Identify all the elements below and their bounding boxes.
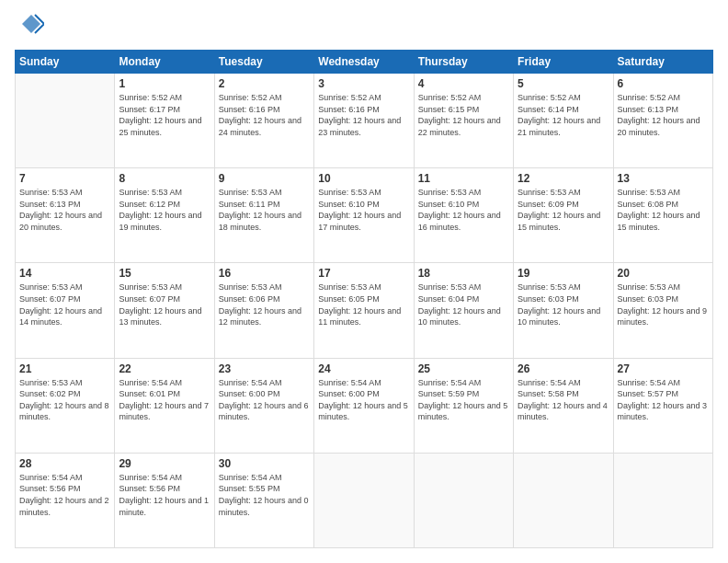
day-number: 2 [219,77,310,90]
weekday-header-sunday: Sunday [16,51,115,74]
day-number: 7 [19,172,110,185]
day-number: 9 [219,172,310,185]
day-info: Sunrise: 5:54 AMSunset: 6:00 PMDaylight:… [318,377,409,423]
day-number: 22 [119,362,210,375]
day-number: 28 [19,457,110,470]
calendar-cell: 16Sunrise: 5:53 AMSunset: 6:06 PMDayligh… [214,263,313,358]
day-info: Sunrise: 5:53 AMSunset: 6:10 PMDaylight:… [318,187,409,233]
day-info: Sunrise: 5:53 AMSunset: 6:03 PMDaylight:… [518,282,609,327]
day-number: 15 [119,267,210,280]
calendar-cell [613,453,712,547]
day-number: 20 [618,267,709,280]
day-info: Sunrise: 5:53 AMSunset: 6:10 PMDaylight:… [418,187,509,233]
day-info: Sunrise: 5:52 AMSunset: 6:16 PMDaylight:… [219,92,310,138]
day-info: Sunrise: 5:53 AMSunset: 6:04 PMDaylight:… [418,282,509,327]
day-number: 10 [318,172,409,185]
day-info: Sunrise: 5:52 AMSunset: 6:16 PMDaylight:… [318,92,409,138]
day-info: Sunrise: 5:54 AMSunset: 5:57 PMDaylight:… [618,377,709,423]
calendar-cell: 7Sunrise: 5:53 AMSunset: 6:13 PMDaylight… [16,168,115,263]
page: SundayMondayTuesdayWednesdayThursdayFrid… [0,0,728,563]
calendar-cell: 15Sunrise: 5:53 AMSunset: 6:07 PMDayligh… [115,263,214,358]
calendar-cell: 14Sunrise: 5:53 AMSunset: 6:07 PMDayligh… [16,263,115,358]
weekday-header-thursday: Thursday [414,51,513,74]
calendar-cell: 26Sunrise: 5:54 AMSunset: 5:58 PMDayligh… [514,358,613,453]
calendar-cell: 10Sunrise: 5:53 AMSunset: 6:10 PMDayligh… [314,168,414,263]
day-number: 18 [418,267,509,280]
calendar-cell: 6Sunrise: 5:52 AMSunset: 6:13 PMDaylight… [613,74,712,168]
day-info: Sunrise: 5:52 AMSunset: 6:14 PMDaylight:… [518,92,609,138]
calendar-cell: 13Sunrise: 5:53 AMSunset: 6:08 PMDayligh… [613,168,712,263]
day-number: 14 [19,267,110,280]
day-number: 6 [618,77,709,90]
day-info: Sunrise: 5:53 AMSunset: 6:06 PMDaylight:… [219,282,310,327]
weekday-header-saturday: Saturday [613,51,712,74]
calendar-cell: 29Sunrise: 5:54 AMSunset: 5:56 PMDayligh… [115,453,214,547]
header [15,15,713,40]
day-info: Sunrise: 5:53 AMSunset: 6:07 PMDaylight:… [19,282,110,327]
day-info: Sunrise: 5:53 AMSunset: 6:03 PMDaylight:… [618,282,709,327]
calendar-cell: 24Sunrise: 5:54 AMSunset: 6:00 PMDayligh… [314,358,414,453]
calendar-cell [314,453,414,547]
day-number: 3 [318,77,409,90]
day-number: 25 [418,362,509,375]
day-number: 1 [119,77,210,90]
calendar-table: SundayMondayTuesdayWednesdayThursdayFrid… [15,50,713,548]
calendar-cell: 12Sunrise: 5:53 AMSunset: 6:09 PMDayligh… [514,168,613,263]
day-info: Sunrise: 5:54 AMSunset: 6:00 PMDaylight:… [219,377,310,423]
calendar-cell: 17Sunrise: 5:53 AMSunset: 6:05 PMDayligh… [314,263,414,358]
week-row-1: 1Sunrise: 5:52 AMSunset: 6:17 PMDaylight… [16,74,713,168]
calendar-cell: 25Sunrise: 5:54 AMSunset: 5:59 PMDayligh… [414,358,513,453]
calendar-cell: 21Sunrise: 5:53 AMSunset: 6:02 PMDayligh… [16,358,115,453]
calendar-cell: 4Sunrise: 5:52 AMSunset: 6:15 PMDaylight… [414,74,513,168]
day-info: Sunrise: 5:53 AMSunset: 6:07 PMDaylight:… [119,282,210,327]
day-info: Sunrise: 5:53 AMSunset: 6:02 PMDaylight:… [19,377,110,423]
day-number: 5 [518,77,609,90]
calendar-cell [414,453,513,547]
weekday-header-row: SundayMondayTuesdayWednesdayThursdayFrid… [16,51,713,74]
day-info: Sunrise: 5:53 AMSunset: 6:11 PMDaylight:… [219,187,310,233]
calendar-cell: 23Sunrise: 5:54 AMSunset: 6:00 PMDayligh… [214,358,313,453]
day-number: 16 [219,267,310,280]
day-number: 11 [418,172,509,185]
day-info: Sunrise: 5:52 AMSunset: 6:15 PMDaylight:… [418,92,509,138]
day-number: 27 [618,362,709,375]
day-info: Sunrise: 5:53 AMSunset: 6:05 PMDaylight:… [318,282,409,327]
day-info: Sunrise: 5:53 AMSunset: 6:13 PMDaylight:… [19,187,110,233]
weekday-header-wednesday: Wednesday [314,51,414,74]
day-info: Sunrise: 5:54 AMSunset: 5:56 PMDaylight:… [19,472,110,518]
calendar-cell: 27Sunrise: 5:54 AMSunset: 5:57 PMDayligh… [613,358,712,453]
calendar-cell: 28Sunrise: 5:54 AMSunset: 5:56 PMDayligh… [16,453,115,547]
day-number: 29 [119,457,210,470]
day-number: 26 [518,362,609,375]
calendar-cell: 2Sunrise: 5:52 AMSunset: 6:16 PMDaylight… [214,74,313,168]
calendar-cell: 5Sunrise: 5:52 AMSunset: 6:14 PMDaylight… [514,74,613,168]
day-number: 8 [119,172,210,185]
day-info: Sunrise: 5:54 AMSunset: 5:56 PMDaylight:… [119,472,210,518]
day-number: 30 [219,457,310,470]
calendar-cell: 8Sunrise: 5:53 AMSunset: 6:12 PMDaylight… [115,168,214,263]
weekday-header-monday: Monday [115,51,214,74]
logo-icon [18,11,44,40]
week-row-3: 14Sunrise: 5:53 AMSunset: 6:07 PMDayligh… [16,263,713,358]
day-number: 17 [318,267,409,280]
day-info: Sunrise: 5:54 AMSunset: 5:55 PMDaylight:… [219,472,310,518]
day-number: 4 [418,77,509,90]
calendar-cell: 18Sunrise: 5:53 AMSunset: 6:04 PMDayligh… [414,263,513,358]
day-info: Sunrise: 5:54 AMSunset: 6:01 PMDaylight:… [119,377,210,423]
day-number: 12 [518,172,609,185]
day-number: 23 [219,362,310,375]
day-info: Sunrise: 5:52 AMSunset: 6:13 PMDaylight:… [618,92,709,138]
day-number: 19 [518,267,609,280]
calendar-cell: 20Sunrise: 5:53 AMSunset: 6:03 PMDayligh… [613,263,712,358]
day-info: Sunrise: 5:53 AMSunset: 6:08 PMDaylight:… [618,187,709,233]
day-info: Sunrise: 5:53 AMSunset: 6:09 PMDaylight:… [518,187,609,233]
week-row-2: 7Sunrise: 5:53 AMSunset: 6:13 PMDaylight… [16,168,713,263]
calendar-cell: 22Sunrise: 5:54 AMSunset: 6:01 PMDayligh… [115,358,214,453]
weekday-header-tuesday: Tuesday [214,51,313,74]
day-info: Sunrise: 5:54 AMSunset: 5:59 PMDaylight:… [418,377,509,423]
calendar-cell: 9Sunrise: 5:53 AMSunset: 6:11 PMDaylight… [214,168,313,263]
day-number: 24 [318,362,409,375]
calendar-cell: 11Sunrise: 5:53 AMSunset: 6:10 PMDayligh… [414,168,513,263]
week-row-4: 21Sunrise: 5:53 AMSunset: 6:02 PMDayligh… [16,358,713,453]
calendar-cell: 19Sunrise: 5:53 AMSunset: 6:03 PMDayligh… [514,263,613,358]
